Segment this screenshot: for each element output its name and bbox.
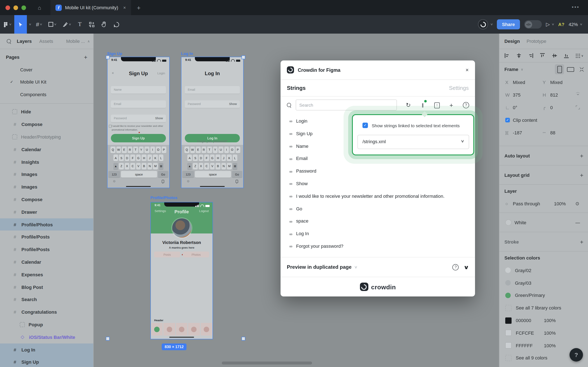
frame-label-profile[interactable]: Profile/Photos (150, 195, 177, 200)
expand-chevron-icon[interactable]: ∨ (464, 264, 469, 270)
string-item[interactable]: ∞ Password (281, 165, 475, 178)
frame-label-log-in[interactable]: Log In (181, 51, 193, 56)
layer-item[interactable]: Sign Up (0, 356, 93, 367)
figma-menu-button[interactable]: ∨ (0, 15, 14, 33)
color-swatch[interactable] (505, 330, 512, 336)
layer-item[interactable]: Popup (0, 318, 93, 331)
landscape-orientation-button[interactable] (567, 67, 574, 72)
align-left-icon[interactable] (504, 53, 510, 58)
vertical-gap-value[interactable]: 88 (550, 130, 555, 135)
align-top-icon[interactable] (540, 53, 545, 58)
dev-mode-toggle[interactable]: </> (524, 20, 542, 29)
selection-color-row[interactable]: See all 7 library colors (499, 302, 588, 314)
frame-label-sign-up[interactable]: Sign Up (107, 51, 122, 56)
filter-icon[interactable] (420, 102, 425, 108)
selection-handle-bottom-right[interactable] (242, 337, 245, 341)
layer-item[interactable]: Expenses (0, 268, 93, 281)
frame-section-header[interactable]: Frame (504, 67, 518, 72)
page-switcher[interactable]: Mobile ... ∧ (66, 39, 90, 44)
constrain-proportions-icon[interactable]: ⌒⌄ (575, 91, 580, 99)
layer-item[interactable]: Images (0, 181, 93, 193)
h-value[interactable]: 812 (550, 92, 558, 97)
selection-handle-bottom-left[interactable] (106, 337, 110, 341)
home-icon[interactable]: ⌂ (38, 4, 41, 11)
selection-handle-top-right[interactable] (242, 55, 245, 59)
align-h-center-icon[interactable] (516, 53, 522, 58)
log-in-frame[interactable]: 9:41 Log In Email Password Show Log In F… (181, 57, 244, 188)
frame-tool-button[interactable]: #∨ (33, 15, 45, 33)
zoom-menu[interactable]: 42%∨ (569, 22, 582, 27)
fill-label[interactable]: White (514, 220, 526, 225)
search-input[interactable] (295, 100, 397, 110)
help-icon[interactable]: ? (463, 102, 469, 108)
string-item[interactable]: ∞ I would like to receive your newslette… (281, 190, 475, 203)
fill-swatch[interactable] (505, 219, 512, 225)
color-swatch[interactable] (505, 280, 511, 285)
profile-photos-frame[interactable]: 9:41 Settings Profile Logout Victoriia R… (150, 202, 213, 339)
selection-handle-top-left[interactable] (106, 55, 110, 59)
layer-item[interactable]: Header/Prototyping (0, 131, 93, 143)
x-value[interactable]: Mixed (513, 80, 525, 85)
shape-tool-button[interactable]: ∨ (45, 15, 60, 33)
layer-item[interactable]: Insights (0, 156, 93, 168)
layer-item[interactable]: Images (0, 168, 93, 181)
string-item[interactable]: ∞ Forgot your password? (281, 240, 475, 253)
color-swatch[interactable] (505, 342, 512, 349)
color-swatch[interactable] (505, 355, 512, 361)
text-tool-button[interactable]: T (74, 15, 86, 33)
page-item[interactable]: Cover (0, 63, 93, 76)
page-item[interactable]: Components (0, 88, 93, 100)
selection-color-row[interactable]: Green/Primary (499, 289, 588, 302)
selection-color-row[interactable]: 000000 100% (499, 314, 588, 327)
color-swatch[interactable] (505, 317, 512, 324)
w-value[interactable]: 375 (513, 92, 521, 97)
remove-fill-button[interactable]: — (575, 220, 580, 225)
accessibility-button[interactable]: A? (558, 22, 564, 27)
tab-design[interactable]: Design (504, 39, 520, 44)
layer-item[interactable]: Congratulations (0, 306, 93, 318)
layer-item[interactable]: Calendar (0, 143, 93, 156)
blend-mode-value[interactable]: Pass through (513, 201, 540, 206)
layer-item[interactable]: Hide (0, 106, 93, 118)
clip-content-checkbox[interactable]: ✓ (505, 118, 510, 122)
add-auto-layout-button[interactable]: + (580, 152, 583, 159)
tab-assets[interactable]: Assets (39, 39, 53, 44)
overflow-menu-icon[interactable]: ••• (572, 4, 580, 10)
sign-up-frame[interactable]: 9:41 × Sign Up Login Name Email Password… (107, 57, 170, 188)
tidy-up-icon[interactable]: ∨ (575, 53, 583, 58)
file-select[interactable]: /strings.xml ∨ (357, 135, 469, 149)
minimize-window-button[interactable] (13, 5, 18, 10)
add-string-icon[interactable]: + (449, 101, 454, 108)
export-icon[interactable]: ↑ (434, 102, 440, 108)
align-bottom-icon[interactable] (563, 53, 569, 58)
add-layout-grid-button[interactable]: + (580, 172, 583, 178)
selection-color-row[interactable]: FCFCFE 100% (499, 327, 588, 339)
layer-item[interactable]: iOS/Status Bar/White (0, 331, 93, 343)
color-swatch[interactable] (505, 268, 511, 273)
independent-corners-icon[interactable]: ⌜⌟ (575, 105, 581, 110)
tab-layers[interactable]: Layers (17, 39, 32, 44)
string-item[interactable]: ∞ space (281, 215, 475, 228)
layer-item[interactable]: Profile/Posts (0, 243, 93, 256)
tab-strings[interactable]: Strings (287, 85, 306, 91)
present-button[interactable]: ▷∨ (546, 21, 554, 27)
layer-item[interactable]: Blog Post (0, 281, 93, 293)
horizontal-scrollbar[interactable] (222, 362, 312, 365)
preview-help-icon[interactable]: ? (453, 264, 459, 270)
shrink-icon[interactable]: ↘↙↗↖ (580, 66, 584, 72)
hand-tool-button[interactable] (97, 15, 110, 33)
align-v-center-icon[interactable] (552, 53, 557, 58)
refresh-icon[interactable]: ↻ (405, 102, 411, 108)
pen-tool-button[interactable]: ∨ (60, 15, 74, 33)
layer-item[interactable]: Compose (0, 193, 93, 206)
string-item[interactable]: ∞ Show (281, 178, 475, 190)
layer-item[interactable]: Search (0, 293, 93, 306)
linked-strings-checkbox[interactable]: ✓ (362, 123, 368, 128)
close-tab-icon[interactable]: × (123, 5, 126, 10)
comment-tool-button[interactable] (110, 15, 123, 33)
preview-toggle[interactable]: Preview in duplicated page (287, 264, 352, 270)
layer-item[interactable]: Profile/Photos (0, 218, 93, 231)
color-swatch[interactable] (505, 305, 512, 311)
move-tool-button[interactable] (14, 15, 27, 33)
visibility-eye-icon[interactable]: ⊙ (575, 201, 579, 206)
